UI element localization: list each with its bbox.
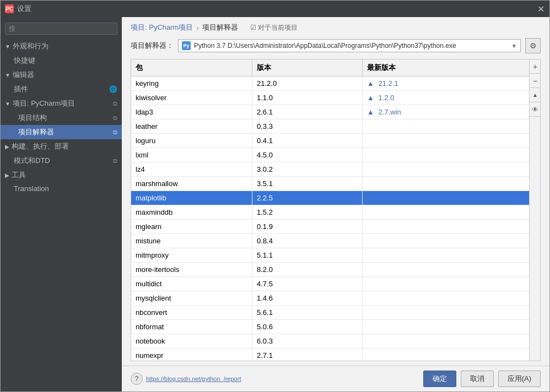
table-row[interactable]: more-itertools8.2.0 — [131, 263, 540, 277]
package-latest — [363, 148, 540, 162]
interpreter-row: 项目解释器： Py Python 3.7 D:\Users\Administra… — [122, 36, 549, 59]
upgrade-arrow-icon: ▲ — [367, 94, 376, 102]
sidebar-item-project-interpreter[interactable]: 项目解释器 ⧉ — [1, 125, 122, 139]
bottom-left: ? https://blog.csdn.net/python_/report — [131, 373, 241, 385]
table-row[interactable]: marshmallow3.5.1 — [131, 177, 540, 191]
sidebar-item-label: 编辑器 — [13, 70, 34, 80]
package-version: 3.0.2 — [252, 162, 363, 176]
col-header-version: 版本 — [252, 59, 363, 76]
content-area: ▼ 外观和行为 快捷键 ▼ 编辑器 插件 🌐 ▼ 项目: PyCharm项目 ⧉… — [1, 17, 549, 391]
package-latest — [363, 248, 540, 262]
sidebar-item-label: 快捷键 — [14, 56, 35, 66]
package-version: 8.2.0 — [252, 263, 363, 276]
sidebar-item-plugins[interactable]: 插件 🌐 — [1, 82, 122, 96]
package-latest — [363, 119, 540, 133]
breadcrumb-note: ☑ 对于当前项目 — [250, 23, 298, 32]
add-package-button[interactable]: + — [530, 59, 541, 74]
package-version: 5.1.1 — [252, 248, 363, 262]
package-latest — [363, 334, 540, 348]
table-row[interactable]: keyring21.2.0▲ 21.2.1 — [131, 77, 540, 91]
remove-package-button[interactable]: − — [530, 74, 541, 88]
package-latest — [363, 306, 540, 319]
package-name: matplotlib — [131, 191, 252, 205]
search-input[interactable] — [5, 23, 117, 35]
package-name: mitmproxy — [131, 248, 252, 262]
watermark-link[interactable]: https://blog.csdn.net/python_/report — [146, 375, 241, 382]
table-row[interactable]: mglearn0.1.9 — [131, 220, 540, 234]
package-version: 0.4.1 — [252, 134, 363, 148]
arrow-icon: ▼ — [5, 101, 10, 107]
package-version: 3.5.1 — [252, 177, 363, 190]
package-name: leather — [131, 119, 252, 133]
apply-button[interactable]: 应用(A) — [498, 371, 541, 387]
package-name: kiwisolver — [131, 91, 252, 105]
table-row[interactable]: maxminddb1.5.2 — [131, 205, 540, 220]
main-panel: 项目: PyCharm项目 › 项目解释器 ☑ 对于当前项目 项目解释器： Py… — [122, 17, 549, 391]
table-row[interactable]: ldap32.6.1▲ 2.7.win — [131, 105, 540, 119]
package-version: 1.1.0 — [252, 91, 363, 105]
table-row[interactable]: kiwisolver1.1.0▲ 1.2.0 — [131, 91, 540, 105]
table-row[interactable]: loguru0.4.1 — [131, 134, 540, 148]
interpreter-dropdown[interactable]: Py Python 3.7 D:\Users\Administrator\App… — [178, 39, 521, 52]
view-package-button[interactable]: 👁 — [530, 102, 541, 117]
breadcrumb-project[interactable]: 项目: PyCharm项目 — [131, 23, 193, 32]
sidebar-item-label: 模式和DTD — [14, 156, 50, 166]
package-latest — [363, 177, 540, 190]
table-row[interactable]: notebook6.0.3 — [131, 334, 540, 349]
col-header-latest: 最新版本 — [363, 59, 540, 76]
table-row[interactable]: mitmproxy5.1.1 — [131, 248, 540, 263]
sidebar-item-label: 项目结构 — [18, 113, 47, 123]
sidebar-item-build[interactable]: ▶ 构建、执行、部署 — [1, 139, 122, 154]
interpreter-gear-button[interactable]: ⚙ — [525, 38, 541, 53]
close-button[interactable]: ✕ — [536, 4, 545, 13]
package-name: numexpr — [131, 349, 252, 361]
table-body: keyring21.2.0▲ 21.2.1kiwisolver1.1.0▲ 1.… — [131, 77, 540, 361]
package-version: 5.6.1 — [252, 306, 363, 319]
package-latest — [363, 277, 540, 291]
col-header-package: 包 — [131, 59, 252, 76]
package-latest — [363, 291, 540, 305]
sidebar-item-dtd[interactable]: 模式和DTD ⧉ — [1, 154, 122, 168]
package-version: 2.7.1 — [252, 349, 363, 361]
cancel-button[interactable]: 取消 — [461, 371, 494, 387]
table-row[interactable]: matplotlib2.2.5 — [131, 191, 540, 205]
table-row[interactable]: mistune0.8.4 — [131, 234, 540, 248]
table-row[interactable]: lxml4.5.0 — [131, 148, 540, 162]
sidebar-item-appearance[interactable]: ▼ 外观和行为 — [1, 39, 122, 53]
ok-button[interactable]: 确定 — [423, 371, 456, 387]
bottom-bar: ? https://blog.csdn.net/python_/report 确… — [122, 366, 549, 391]
sidebar-item-project[interactable]: ▼ 项目: PyCharm项目 ⧉ — [1, 96, 122, 111]
table-row[interactable]: leather0.3.3 — [131, 119, 540, 134]
window-title: 设置 — [17, 4, 536, 14]
package-name: lz4 — [131, 162, 252, 176]
package-name: mglearn — [131, 220, 252, 233]
table-row[interactable]: nbconvert5.6.1 — [131, 306, 540, 320]
sidebar: ▼ 外观和行为 快捷键 ▼ 编辑器 插件 🌐 ▼ 项目: PyCharm项目 ⧉… — [1, 17, 122, 391]
package-name: nbconvert — [131, 306, 252, 319]
package-name: mistune — [131, 234, 252, 248]
sidebar-item-keymap[interactable]: 快捷键 — [1, 53, 122, 68]
help-button[interactable]: ? — [131, 373, 143, 385]
sidebar-item-translation[interactable]: Translation — [1, 182, 122, 195]
package-latest: ▲ 21.2.1 — [363, 77, 540, 90]
sidebar-item-project-structure[interactable]: 项目结构 ⧉ — [1, 111, 122, 125]
settings-dialog: PC 设置 ✕ ▼ 外观和行为 快捷键 ▼ 编辑器 插件 🌐 — [0, 0, 550, 392]
sidebar-search-container — [5, 23, 117, 35]
table-row[interactable]: numexpr2.7.1 — [131, 349, 540, 361]
package-version: 0.3.3 — [252, 119, 363, 133]
package-latest — [363, 205, 540, 219]
package-name: marshmallow — [131, 177, 252, 190]
sidebar-item-label: Translation — [14, 184, 49, 193]
table-row[interactable]: multidict4.7.5 — [131, 277, 540, 291]
package-version: 0.1.9 — [252, 220, 363, 233]
sidebar-item-tools[interactable]: ▶ 工具 — [1, 168, 122, 182]
package-version: 5.0.6 — [252, 320, 363, 334]
package-latest: ▲ 1.2.0 — [363, 91, 540, 105]
package-latest — [363, 320, 540, 334]
table-row[interactable]: nbformat5.0.6 — [131, 320, 540, 334]
table-row[interactable]: mysqlclient1.4.6 — [131, 291, 540, 306]
table-row[interactable]: lz43.0.2 — [131, 162, 540, 177]
upgrade-package-button[interactable]: ▲ — [530, 88, 541, 102]
sidebar-item-editor[interactable]: ▼ 编辑器 — [1, 68, 122, 82]
package-latest — [363, 134, 540, 148]
